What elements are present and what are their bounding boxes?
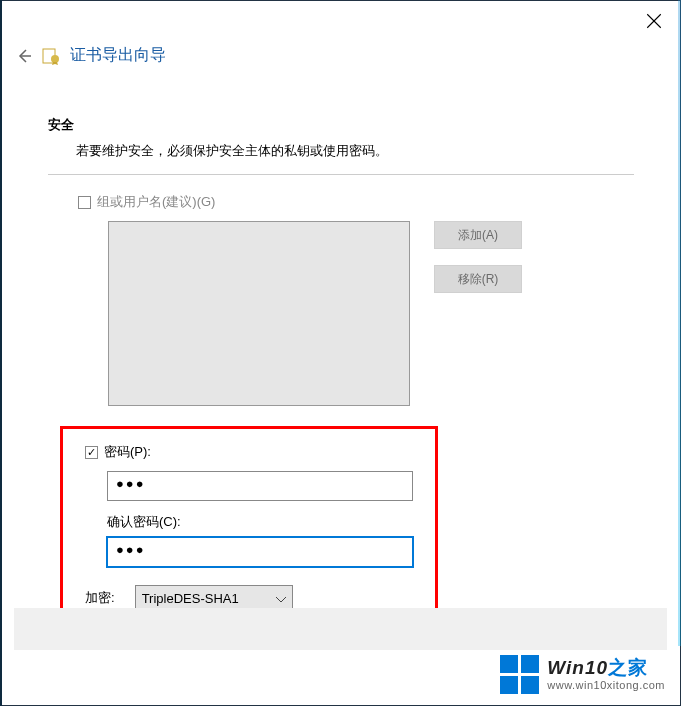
password-checkbox[interactable] bbox=[85, 446, 98, 459]
watermark: Win10之家 www.win10xitong.com bbox=[500, 655, 665, 694]
certificate-export-wizard: 证书导出向导 安全 若要维护安全，必须保护安全主体的私钥或使用密码。 组或用户名… bbox=[14, 45, 644, 628]
security-heading: 安全 bbox=[48, 116, 634, 134]
encryption-label: 加密: bbox=[85, 589, 115, 607]
windows-logo-icon bbox=[500, 655, 539, 694]
chevron-down-icon bbox=[276, 591, 286, 606]
confirm-password-input[interactable]: ●●● bbox=[107, 537, 413, 567]
security-description: 若要维护安全，必须保护安全主体的私钥或使用密码。 bbox=[76, 142, 634, 160]
remove-button: 移除(R) bbox=[434, 265, 522, 293]
watermark-brand: Win10之家 bbox=[547, 658, 665, 679]
svg-point-4 bbox=[51, 55, 59, 63]
confirm-password-label: 确认密码(C): bbox=[107, 513, 425, 531]
password-section-highlight: 密码(P): ●●● 确认密码(C): ●●● 加密: TripleDES-SH… bbox=[60, 426, 438, 628]
encryption-selected-value: TripleDES-SHA1 bbox=[142, 591, 239, 606]
wizard-title: 证书导出向导 bbox=[70, 45, 166, 66]
group-users-label: 组或用户名(建议)(G) bbox=[97, 193, 215, 211]
password-input[interactable]: ●●● bbox=[107, 471, 413, 501]
add-button: 添加(A) bbox=[434, 221, 522, 249]
group-users-option: 组或用户名(建议)(G) bbox=[78, 193, 634, 211]
divider bbox=[48, 174, 634, 175]
certificate-icon bbox=[42, 47, 60, 65]
password-label: 密码(P): bbox=[104, 443, 151, 461]
group-users-checkbox bbox=[78, 196, 91, 209]
close-button[interactable] bbox=[645, 12, 663, 30]
footer-bar bbox=[14, 608, 667, 650]
watermark-url: www.win10xitong.com bbox=[547, 679, 665, 691]
back-button[interactable] bbox=[16, 48, 32, 64]
group-users-listbox bbox=[108, 221, 410, 406]
